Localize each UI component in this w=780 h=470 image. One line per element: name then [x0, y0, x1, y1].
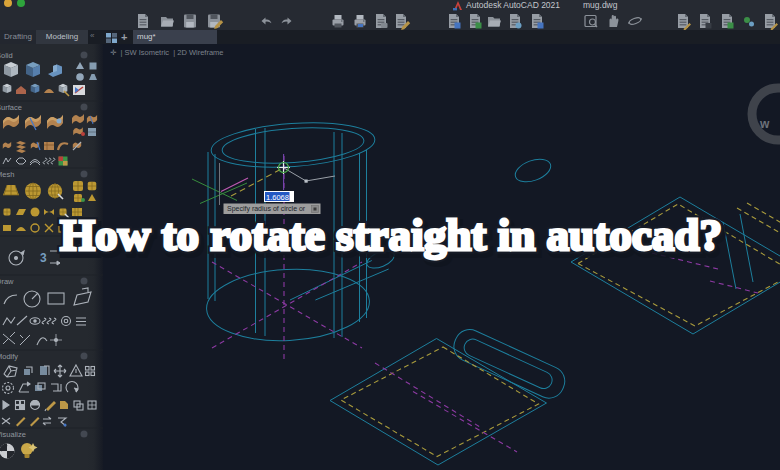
svg-text:How to rotate straight in auto: How to rotate straight in autocad?	[60, 210, 722, 260]
